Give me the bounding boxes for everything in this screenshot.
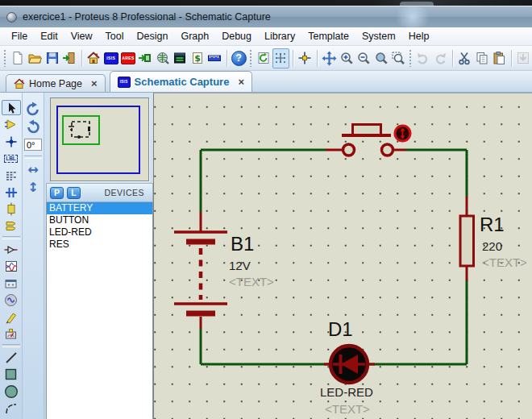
devices-list: BATTERY BUTTON LED-RED RES (46, 202, 153, 419)
zoom-in-button[interactable] (338, 48, 355, 68)
ares-icon: ARES (121, 52, 135, 64)
menu-system[interactable]: System (355, 29, 402, 44)
redo-button[interactable] (432, 48, 449, 68)
tab-schematic-capture[interactable]: ISIS Schematic Capture × (110, 71, 252, 92)
undo-button[interactable] (414, 48, 431, 68)
titlebar[interactable]: exercice1 - Proteus 8 Professional - Sch… (0, 6, 532, 27)
toolbar-drag-handle[interactable] (249, 49, 252, 67)
home-page-button[interactable] (85, 48, 102, 68)
generator-mode-button[interactable] (2, 292, 21, 308)
minimap-circuit-sketch (64, 117, 98, 143)
resistor-text-placeholder[interactable]: <TEXT> (482, 255, 527, 269)
bill-of-materials-button[interactable]: $ (189, 48, 206, 68)
orientation-toolbar: ↔ ↕ (23, 93, 44, 419)
pan-button[interactable] (321, 48, 338, 68)
tab-home-page[interactable]: Home Page × (6, 74, 106, 92)
push-button-component[interactable] (326, 125, 405, 156)
mirror-horizontal-button[interactable]: ↔ (23, 161, 43, 179)
minimap[interactable] (50, 97, 149, 181)
wire-label-mode-button[interactable]: LBL (2, 151, 21, 166)
led-component[interactable] (324, 346, 375, 383)
find-component-button[interactable] (154, 48, 171, 68)
device-item-led-red[interactable]: LED-RED (47, 226, 152, 239)
zoom-out-button[interactable] (355, 48, 372, 68)
close-icon[interactable]: × (238, 76, 244, 88)
cut-button[interactable] (456, 48, 473, 68)
isis-schematic-button[interactable]: ISIS (102, 48, 119, 68)
rotate-clockwise-button[interactable] (23, 101, 43, 118)
import-project-button[interactable] (60, 48, 77, 68)
toolbar-drag-handle[interactable] (409, 49, 412, 67)
battery-ref-label[interactable]: B1 (231, 233, 254, 255)
device-item-res[interactable]: RES (47, 239, 152, 251)
devices-panel-title: DEVICES (104, 188, 144, 197)
buses-mode-button[interactable] (2, 185, 21, 200)
menu-edit[interactable]: Edit (34, 29, 64, 44)
menu-help[interactable]: Help (402, 29, 436, 44)
resistor-value-label[interactable]: 220 (482, 239, 502, 253)
device-pins-mode-button[interactable] (2, 242, 21, 257)
grid-toggle-button[interactable] (272, 48, 289, 68)
terminals-mode-button[interactable] (2, 218, 21, 234)
menu-graph[interactable]: Graph (174, 29, 215, 44)
voltage-probe-mode-button[interactable] (2, 309, 21, 325)
paste-button[interactable] (491, 48, 508, 68)
subcircuit-mode-button[interactable] (2, 201, 21, 217)
rotation-angle-input[interactable] (24, 139, 42, 151)
pick-devices-button[interactable]: P (50, 187, 64, 199)
battery-component[interactable] (174, 212, 227, 329)
zoom-all-button[interactable] (372, 48, 389, 68)
mirror-vertical-button[interactable]: ↕ (23, 179, 43, 197)
selection-mode-button[interactable] (2, 100, 21, 115)
resistor-component[interactable] (460, 197, 474, 280)
minimap-viewport[interactable] (62, 115, 100, 145)
component-mode-button[interactable] (2, 117, 21, 132)
electrical-rules-button[interactable] (206, 48, 222, 68)
led-ref-label[interactable]: D1 (328, 318, 353, 341)
save-project-button[interactable] (44, 48, 60, 68)
button-actuator[interactable] (395, 126, 410, 141)
open-project-button[interactable] (27, 48, 44, 68)
mirror-horizontal-icon: ↔ (27, 163, 38, 177)
menu-view[interactable]: View (64, 29, 99, 44)
graph-mode-button[interactable] (2, 259, 21, 274)
battery-text-placeholder[interactable]: <TEXT> (229, 275, 274, 288)
tape-recorder-mode-button[interactable] (2, 276, 21, 291)
zoom-area-button[interactable] (389, 48, 406, 68)
library-manager-button[interactable]: L (67, 187, 81, 199)
led-text-placeholder[interactable]: <TEXT> (325, 402, 370, 416)
device-item-battery[interactable]: BATTERY (47, 202, 152, 214)
current-probe-mode-button[interactable] (2, 326, 21, 342)
menu-library[interactable]: Library (258, 29, 301, 44)
2d-box-mode-button[interactable] (2, 367, 21, 382)
junction-dot-mode-button[interactable] (2, 134, 21, 149)
menu-template[interactable]: Template (301, 29, 355, 44)
schematic-canvas[interactable]: B1 12V <TEXT> R1 220 <TEXT> D1 LED-RED <… (153, 93, 532, 419)
block-copy-button[interactable] (515, 48, 532, 68)
subcircuit-icon (5, 202, 18, 216)
copy-button[interactable] (473, 48, 490, 68)
junction-dot-icon (5, 135, 18, 148)
origin-button[interactable] (297, 48, 314, 68)
menu-debug[interactable]: Debug (215, 29, 258, 44)
menu-design[interactable]: Design (131, 29, 175, 44)
device-item-button[interactable]: BUTTON (47, 214, 152, 226)
battery-value-label[interactable]: 12V (229, 259, 251, 272)
2d-arc-mode-button[interactable] (2, 400, 21, 416)
rotate-anticlockwise-button[interactable] (23, 118, 43, 136)
close-icon[interactable]: × (91, 77, 98, 89)
netlist-transfer-button[interactable] (137, 48, 154, 68)
led-value-label[interactable]: LED-RED (320, 385, 373, 399)
2d-circle-mode-button[interactable] (2, 384, 21, 399)
text-script-mode-button[interactable] (2, 168, 21, 183)
refresh-sheet-button[interactable] (255, 48, 272, 68)
help-button[interactable]: ? (230, 48, 247, 68)
2d-line-mode-button[interactable] (2, 350, 21, 365)
menu-file[interactable]: File (5, 29, 34, 44)
design-explorer-button[interactable] (172, 48, 189, 68)
toolbar-drag-handle[interactable] (3, 49, 6, 67)
resistor-ref-label[interactable]: R1 (480, 214, 505, 236)
new-file-button[interactable] (9, 48, 26, 68)
menu-tool[interactable]: Tool (99, 29, 131, 44)
ares-pcb-button[interactable]: ARES (119, 48, 136, 68)
